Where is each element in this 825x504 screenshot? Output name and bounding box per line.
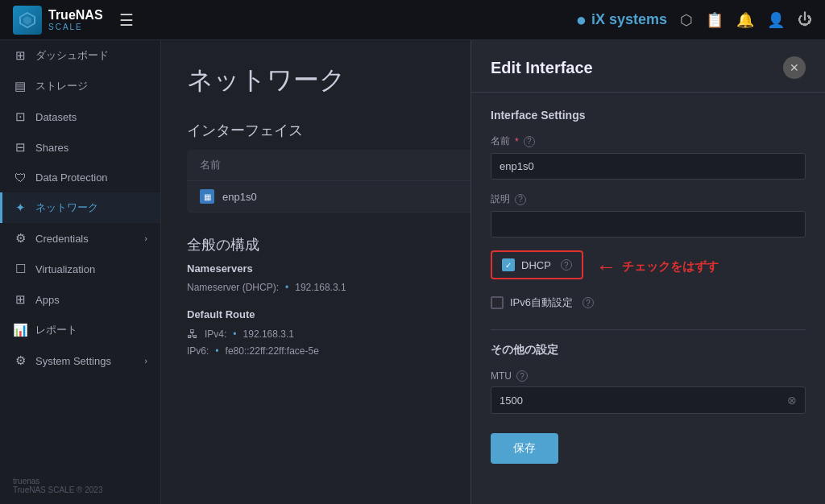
apps-icon: ⊞	[13, 292, 27, 307]
other-settings-heading: その他の設定	[491, 343, 806, 357]
topbar: TrueNAS SCALE ☰ ● iX systems ⬡ 📋 🔔 👤 ⏻	[0, 0, 825, 40]
sidebar-item-system-settings[interactable]: ⚙ System Settings ›	[0, 345, 160, 376]
ix-systems-logo: ● iX systems	[576, 10, 667, 31]
sidebar-item-reports[interactable]: 📊 レポート	[0, 315, 160, 345]
main-layout: ⊞ ダッシュボード ▤ ストレージ ⊡ Datasets ⊟ Shares 🛡 …	[0, 40, 825, 504]
col-name: 名前	[200, 158, 221, 172]
description-field-group: 説明 ?	[491, 192, 806, 238]
network-icon: ✦	[13, 200, 27, 215]
credentials-icon: ⚙	[13, 231, 27, 246]
storage-icon: ▤	[13, 79, 27, 93]
mtu-help-icon[interactable]: ?	[516, 370, 528, 382]
mtu-input-row: ⊗	[491, 386, 806, 414]
sidebar-label-storage: ストレージ	[35, 79, 88, 93]
close-icon: ✕	[790, 61, 799, 74]
ipv6-label: IPv6:	[187, 345, 209, 357]
dashboard-icon: ⊞	[13, 48, 27, 63]
sidebar: ⊞ ダッシュボード ▤ ストレージ ⊡ Datasets ⊟ Shares 🛡 …	[0, 40, 161, 504]
sidebar-footer: truenas TrueNAS SCALE ® 2023	[0, 467, 160, 504]
sidebar-label-network: ネットワーク	[35, 200, 98, 215]
ipv4-label: IPv4:	[205, 328, 226, 340]
dhcp-help-icon[interactable]: ?	[561, 259, 572, 271]
description-input[interactable]	[491, 211, 806, 238]
panel-title: Edit Interface	[491, 59, 593, 77]
interface-settings-heading: Interface Settings	[491, 109, 806, 122]
reports-icon: 📊	[13, 323, 27, 337]
power-icon[interactable]: ⏻	[798, 11, 812, 28]
sidebar-label-reports: レポート	[35, 323, 77, 337]
mtu-clear-icon[interactable]: ⊗	[779, 387, 805, 413]
sidebar-item-network[interactable]: ✦ ネットワーク	[0, 192, 160, 223]
ipv6-auto-row: IPv6自動設定 ?	[491, 289, 806, 316]
sidebar-label-credentials: Credentials	[35, 233, 89, 245]
virtualization-icon: ☐	[13, 262, 27, 276]
edit-interface-panel: Edit Interface ✕ Interface Settings 名前 *…	[471, 40, 825, 504]
topbar-right: ● iX systems ⬡ 📋 🔔 👤 ⏻	[576, 10, 812, 31]
shares-icon: ⊟	[13, 140, 27, 155]
description-help-icon[interactable]: ?	[515, 194, 526, 205]
shield-icon: 🛡	[13, 171, 27, 184]
sidebar-brand: truenas	[13, 477, 147, 485]
mtu-input[interactable]	[491, 388, 779, 413]
system-settings-icon: ⚙	[13, 353, 27, 368]
nameserver-label: Nameserver (DHCP):	[187, 282, 279, 293]
dhcp-checkbox[interactable]: ✓	[502, 258, 515, 271]
annotation-arrow: ← チェックをはずす	[596, 254, 719, 279]
panel-close-button[interactable]: ✕	[783, 56, 806, 79]
sidebar-item-credentials[interactable]: ⚙ Credentials ›	[0, 223, 160, 254]
ipv6-auto-label: IPv6自動設定	[510, 295, 573, 310]
certificate-icon[interactable]: ⬡	[680, 11, 693, 29]
annotation-text: チェックをはずす	[622, 259, 719, 275]
sidebar-label-shares: Shares	[35, 142, 68, 154]
sidebar-item-datasets[interactable]: ⊡ Datasets	[0, 101, 160, 132]
chevron-right-icon: ›	[144, 233, 147, 243]
sidebar-label-apps: Apps	[35, 294, 60, 306]
sidebar-label-system-settings: System Settings	[35, 355, 111, 367]
name-help-icon[interactable]: ?	[524, 136, 535, 147]
ix-dot: ●	[576, 10, 587, 31]
chevron-right-icon-2: ›	[144, 356, 147, 366]
arrow-icon: ←	[596, 254, 617, 279]
mtu-field-group: MTU ? ⊗	[491, 370, 806, 414]
sidebar-item-dashboard[interactable]: ⊞ ダッシュボード	[0, 40, 160, 71]
sidebar-item-storage[interactable]: ▤ ストレージ	[0, 71, 160, 101]
datasets-icon: ⊡	[13, 109, 27, 124]
name-input[interactable]	[491, 153, 806, 180]
ipv6-value: fe80::22ff:22ff:face-5e	[226, 345, 319, 357]
content-wrapper: ネットワーク インターフェイス 名前 ▦ enp1s0 全般の構成 Namese…	[161, 40, 825, 504]
account-icon[interactable]: 👤	[767, 11, 785, 29]
ipv6-auto-help-icon[interactable]: ?	[582, 297, 594, 308]
ipv4-value: 192.168.3.1	[243, 328, 294, 340]
topbar-left: TrueNAS SCALE ☰	[13, 6, 134, 35]
name-required: *	[515, 136, 519, 147]
dhcp-label: DHCP	[521, 259, 551, 271]
logo-text-block: TrueNAS SCALE	[48, 8, 103, 31]
logo-icon	[13, 6, 42, 35]
logo: TrueNAS SCALE	[13, 6, 103, 35]
ipv6-auto-checkbox[interactable]	[491, 296, 504, 309]
interface-name: enp1s0	[222, 191, 257, 203]
sidebar-item-apps[interactable]: ⊞ Apps	[0, 284, 160, 315]
hamburger-menu[interactable]: ☰	[119, 10, 134, 30]
sidebar-label-datasets: Datasets	[35, 111, 77, 123]
name-field-group: 名前 * ?	[491, 134, 806, 180]
ix-label: iX systems	[591, 11, 667, 28]
sidebar-label-data-protection: Data Protection	[35, 171, 108, 184]
logo-sub: SCALE	[48, 23, 103, 31]
sidebar-copyright: TrueNAS SCALE ® 2023	[13, 485, 147, 494]
calendar-icon[interactable]: 📋	[706, 11, 723, 29]
sidebar-label-dashboard: ダッシュボード	[35, 48, 109, 63]
logo-name: TrueNAS	[48, 8, 103, 23]
bell-icon[interactable]: 🔔	[736, 11, 754, 29]
save-button[interactable]: 保存	[491, 433, 558, 464]
checkmark-icon: ✓	[505, 261, 512, 270]
description-label: 説明 ?	[491, 192, 806, 206]
sidebar-item-virtualization[interactable]: ☐ Virtualization	[0, 254, 160, 284]
sidebar-item-shares[interactable]: ⊟ Shares	[0, 132, 160, 163]
sidebar-item-data-protection[interactable]: 🛡 Data Protection	[0, 163, 160, 192]
dhcp-checkbox-row: ✓ DHCP ?	[491, 250, 583, 279]
nameserver-value: 192.168.3.1	[295, 282, 346, 293]
sidebar-label-virtualization: Virtualization	[35, 263, 95, 275]
dhcp-row-container: ✓ DHCP ? ← チェックをはずす	[491, 250, 806, 283]
divider	[491, 329, 806, 330]
